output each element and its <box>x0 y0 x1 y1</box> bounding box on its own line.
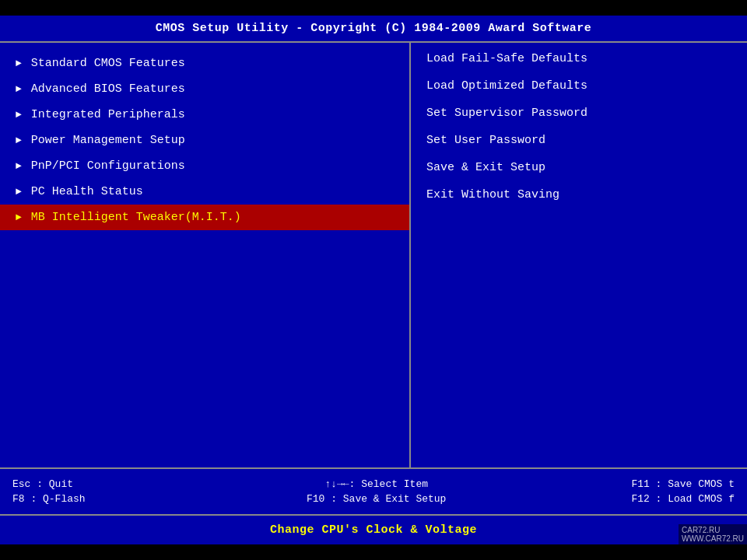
status-right: F11 : Save CMOS tF12 : Load CMOS f <box>631 478 735 505</box>
menu-item-advanced-bios[interactable]: ►Advanced BIOS Features <box>0 76 409 102</box>
status-left-item: F8 : Q-Flash <box>12 493 121 505</box>
menu-item-mb-tweaker[interactable]: ►MB Intelligent Tweaker(M.I.T.) <box>0 205 409 230</box>
status-bar: Esc : QuitF8 : Q-Flash ↑↓→←: Select Item… <box>0 469 747 516</box>
arrow-icon: ► <box>16 58 22 69</box>
status-middle-item: F10 : Save & Exit Setup <box>121 493 631 505</box>
menu-item-label: MB Intelligent Tweaker(M.I.T.) <box>31 211 241 224</box>
status-middle-item: ↑↓→←: Select Item <box>121 478 631 490</box>
right-item-set-supervisor[interactable]: Set Supervisor Password <box>426 105 731 121</box>
menu-item-integrated-peripherals[interactable]: ►Integrated Peripherals <box>0 102 409 128</box>
status-middle: ↑↓→←: Select ItemF10 : Save & Exit Setup <box>121 478 631 505</box>
help-bar: Change CPU's Clock & Voltage <box>0 516 747 544</box>
bios-screen: CMOS Setup Utility - Copyright (C) 1984-… <box>0 16 747 544</box>
arrow-icon: ► <box>16 160 22 172</box>
title-text: CMOS Setup Utility - Copyright (C) 1984-… <box>156 22 592 35</box>
right-panel: Load Fail-Safe DefaultsLoad Optimized De… <box>411 43 747 467</box>
menu-item-label: PnP/PCI Configurations <box>31 159 185 173</box>
menu-item-label: Standard CMOS Features <box>31 57 185 70</box>
right-item-save-exit[interactable]: Save & Exit Setup <box>426 159 731 176</box>
status-right-item: F11 : Save CMOS t <box>631 478 735 490</box>
menu-item-label: Power Management Setup <box>31 134 185 147</box>
menu-item-label: PC Health Status <box>31 185 143 198</box>
status-right-item: F12 : Load CMOS f <box>631 493 735 505</box>
status-left: Esc : QuitF8 : Q-Flash <box>12 478 121 505</box>
menu-item-pc-health[interactable]: ►PC Health Status <box>0 179 409 205</box>
right-item-exit-nosave[interactable]: Exit Without Saving <box>426 187 731 203</box>
title-bar: CMOS Setup Utility - Copyright (C) 1984-… <box>0 16 747 43</box>
menu-item-standard-cmos[interactable]: ►Standard CMOS Features <box>0 51 409 76</box>
right-item-set-user[interactable]: Set User Password <box>426 132 731 149</box>
help-text: Change CPU's Clock & Voltage <box>270 523 477 537</box>
menu-item-label: Integrated Peripherals <box>31 108 185 121</box>
arrow-icon: ► <box>16 135 22 146</box>
menu-item-label: Advanced BIOS Features <box>31 82 185 96</box>
arrow-icon: ► <box>16 109 22 121</box>
menu-item-power-management[interactable]: ►Power Management Setup <box>0 128 409 153</box>
right-item-load-optimized[interactable]: Load Optimized Defaults <box>426 78 731 94</box>
watermark: CAR72.RUWWW.CAR72.RU <box>679 524 747 544</box>
arrow-icon: ► <box>16 186 22 198</box>
arrow-icon: ► <box>16 83 22 95</box>
left-panel: ►Standard CMOS Features►Advanced BIOS Fe… <box>0 43 411 467</box>
menu-item-pnp-pci[interactable]: ►PnP/PCI Configurations <box>0 153 409 179</box>
right-item-load-failsafe[interactable]: Load Fail-Safe Defaults <box>426 51 731 67</box>
status-left-item: Esc : Quit <box>12 478 121 490</box>
arrow-icon: ► <box>16 212 22 223</box>
main-area: ►Standard CMOS Features►Advanced BIOS Fe… <box>0 43 747 469</box>
